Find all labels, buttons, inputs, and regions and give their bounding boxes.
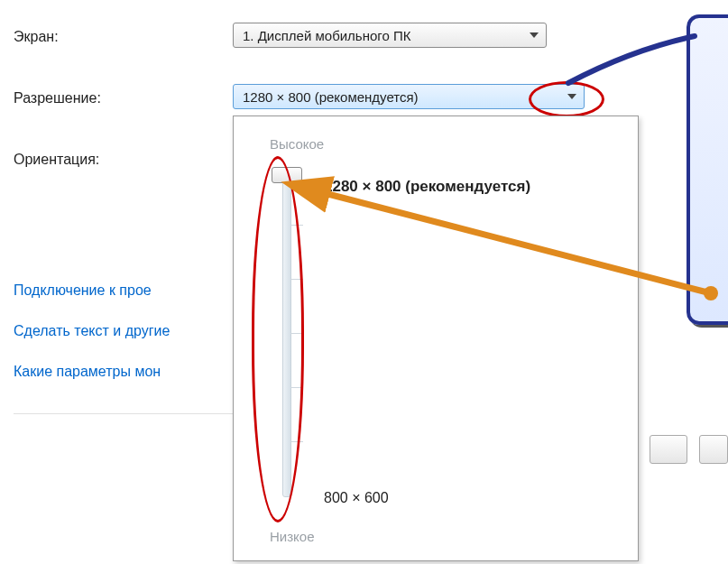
resolution-slider[interactable]	[261, 171, 315, 495]
link-monitor-params[interactable]: Какие параметры мон	[14, 352, 170, 393]
resolution-dropdown-value: 1280 × 800 (рекомендуется)	[243, 89, 419, 105]
chevron-down-icon	[530, 32, 539, 38]
resolution-popup: Высокое 1280 × 800 (рекомендуется) 800 ×…	[233, 116, 639, 561]
resolution-label: Разрешение:	[14, 90, 101, 106]
screen-label: Экран:	[14, 29, 59, 45]
link-projector[interactable]: Подключение к прое	[14, 271, 170, 311]
resolution-dropdown[interactable]: 1280 × 800 (рекомендуется)	[233, 84, 585, 109]
screen-dropdown-value: 1. Дисплей мобильного ПК	[243, 28, 410, 43]
slider-low-label: Низкое	[270, 529, 315, 544]
slider-track	[282, 171, 291, 497]
chevron-down-icon	[567, 94, 576, 99]
orientation-label: Ориентация:	[14, 152, 99, 168]
slider-max-value: 1280 × 800 (рекомендуется)	[324, 178, 530, 196]
slider-min-value: 800 × 600	[324, 490, 389, 506]
dialog-button-2[interactable]	[699, 435, 728, 464]
callout-box	[687, 14, 728, 325]
slider-thumb[interactable]	[272, 167, 302, 183]
dialog-button-1[interactable]	[650, 435, 687, 464]
slider-high-label: Высокое	[270, 136, 324, 152]
links-block: Подключение к прое Сделать текст и други…	[14, 271, 170, 392]
link-text-size[interactable]: Сделать текст и другие	[14, 311, 170, 352]
screen-dropdown[interactable]: 1. Дисплей мобильного ПК	[233, 23, 547, 48]
